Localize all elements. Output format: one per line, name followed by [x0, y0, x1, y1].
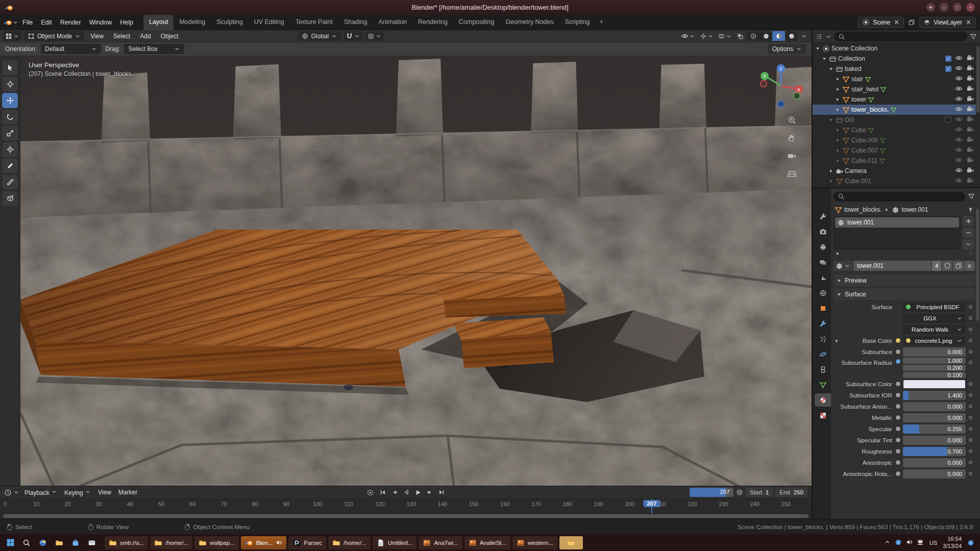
timeline-ruler[interactable]: 0102030405060708090100110120130140150160…	[0, 498, 812, 514]
hide-viewport-button[interactable]	[955, 85, 963, 94]
add-workspace-button[interactable]: +	[595, 15, 607, 30]
timeline-menu-keying[interactable]: Keying	[61, 487, 94, 498]
scene-selector[interactable]: Scene	[858, 17, 904, 28]
disable-render-button[interactable]	[966, 64, 974, 73]
viewport-3d-scene[interactable]	[20, 56, 812, 486]
prop-field-subsurface-radius[interactable]: 0.100	[903, 372, 966, 378]
disable-render-button[interactable]	[966, 54, 974, 63]
tray-network-button[interactable]	[917, 539, 924, 547]
disable-render-button[interactable]	[966, 166, 974, 176]
workspace-tab-shading[interactable]: Shading	[338, 15, 373, 30]
object-visibility-dropdown[interactable]	[679, 31, 697, 41]
taskbar-browser-button[interactable]	[35, 536, 51, 549]
taskbar-item-home[interactable]: /home/...	[328, 536, 371, 549]
hide-viewport-button[interactable]	[955, 126, 963, 135]
prop-field-subsurface-aniso[interactable]: 0.000	[903, 402, 966, 411]
animate-decorator[interactable]	[966, 359, 975, 366]
slot-expand-button[interactable]	[835, 251, 841, 257]
prop-field-subsurface-color[interactable]	[903, 380, 966, 389]
hide-viewport-button[interactable]	[955, 156, 963, 165]
hide-viewport-button[interactable]	[955, 136, 963, 145]
disable-render-button[interactable]	[966, 136, 974, 145]
outliner-filter-button[interactable]	[970, 33, 977, 40]
timeline-editor-icon[interactable]	[4, 489, 12, 496]
hide-viewport-button[interactable]	[955, 74, 963, 84]
taskbar-store-button[interactable]	[68, 536, 83, 549]
properties-tab-scene[interactable]	[815, 271, 831, 284]
shading-options-dropdown[interactable]	[799, 32, 808, 40]
taskbar-mail-button[interactable]	[84, 536, 100, 549]
outliner-row-cube-011[interactable]: Cube.011	[813, 156, 976, 166]
animate-decorator[interactable]	[966, 348, 975, 355]
viewport-menu-object[interactable]: Object	[157, 31, 182, 41]
navigation-gizmo[interactable]: Z Y X	[757, 62, 804, 109]
outliner-row-cube[interactable]: Cube	[813, 125, 976, 135]
tool-rotate[interactable]	[2, 109, 18, 124]
prop-field-base-color[interactable]: concrete1.png	[903, 336, 966, 345]
resize-grip-icon[interactable]	[968, 251, 974, 257]
animate-decorator[interactable]	[966, 326, 975, 333]
timeline-menu-playback[interactable]: Playback	[21, 487, 61, 498]
disable-render-button[interactable]	[966, 146, 974, 155]
taskbar-item-anatwi[interactable]: AnaTwi...	[419, 536, 462, 549]
workspace-tab-animation[interactable]: Animation	[373, 15, 413, 30]
preview-section-header[interactable]: Preview	[834, 274, 975, 286]
prop-field-anisotropic-rota[interactable]: 0.000	[903, 469, 966, 479]
workspace-tab-layout[interactable]: Layout	[143, 15, 174, 30]
disable-render-button[interactable]	[966, 156, 974, 165]
animate-decorator[interactable]	[966, 448, 975, 455]
properties-tab-particles[interactable]	[815, 332, 831, 345]
surface-section-header[interactable]: Surface	[834, 288, 975, 300]
tray-info-button[interactable]	[895, 539, 902, 547]
animate-decorator[interactable]	[966, 459, 975, 466]
properties-search-input[interactable]	[834, 192, 965, 202]
taskbar-item-folder-window[interactable]	[559, 536, 583, 549]
properties-tab-render[interactable]	[815, 225, 831, 238]
blender-menu-logo-icon[interactable]	[4, 18, 18, 27]
outliner-row-scene-collection[interactable]: Scene Collection	[813, 43, 976, 54]
add-material-slot-button[interactable]	[963, 216, 974, 226]
outliner-row-cube-005[interactable]: Cube.005	[813, 135, 976, 145]
animate-decorator[interactable]	[966, 403, 975, 410]
tray-volume-button[interactable]	[906, 539, 913, 546]
shading-rendered-button[interactable]	[785, 31, 798, 41]
outliner-row-tower-blocks[interactable]: tower_blocks.	[813, 105, 976, 115]
remove-material-slot-button[interactable]	[963, 228, 974, 238]
tool-move[interactable]	[2, 93, 18, 108]
tool-transform[interactable]	[2, 142, 18, 157]
hide-viewport-button[interactable]	[955, 115, 963, 124]
properties-tab-data[interactable]	[815, 378, 831, 391]
zoom-button[interactable]	[785, 113, 798, 127]
tool-measure[interactable]	[2, 174, 18, 190]
properties-tab-physics[interactable]	[815, 347, 831, 361]
timeline-menu-marker[interactable]: Marker	[115, 487, 141, 498]
tool-cursor[interactable]	[2, 77, 18, 92]
transport-jump-to-end-button[interactable]	[436, 488, 447, 497]
properties-tab-object[interactable]	[815, 302, 831, 315]
properties-tab-modifiers[interactable]	[815, 317, 831, 330]
current-frame-field[interactable]: 207	[690, 488, 733, 497]
outliner-row-tower[interactable]: tower	[813, 94, 976, 105]
material-slot-specials-button[interactable]	[963, 239, 974, 249]
taskbar-start-button[interactable]	[3, 536, 18, 549]
material-users-count[interactable]: 4	[932, 261, 941, 271]
shading-wireframe-button[interactable]	[747, 31, 760, 41]
prop-field-subsurface[interactable]: 0.000	[903, 347, 966, 357]
properties-tab-constraints[interactable]	[815, 363, 831, 376]
hide-viewport-button[interactable]	[955, 146, 963, 155]
properties-tab-viewlayer[interactable]	[815, 256, 831, 269]
properties-scrollbar[interactable]	[976, 209, 979, 321]
prop-field-surface[interactable]: Principled BSDF	[903, 303, 966, 312]
snapping-dropdown[interactable]	[344, 31, 362, 41]
taskbar-item-smb-a[interactable]: smb://a...	[105, 536, 148, 549]
prop-field-specular-tint[interactable]: 0.000	[903, 436, 966, 445]
frame-end-field[interactable]: End 250	[775, 488, 807, 497]
breadcrumb-object[interactable]: tower_blocks.	[844, 206, 881, 213]
workspace-tab-sculpting[interactable]: Sculpting	[211, 15, 248, 30]
workspace-tab-scripting[interactable]: Scripting	[559, 15, 596, 30]
menu-edit[interactable]: Edit	[37, 17, 56, 28]
auto-keying-button[interactable]	[365, 488, 376, 497]
transport-jump-to-start-button[interactable]	[377, 488, 388, 497]
animate-decorator[interactable]	[966, 381, 975, 387]
clock[interactable]: 16:54 3/13/24	[943, 536, 962, 550]
